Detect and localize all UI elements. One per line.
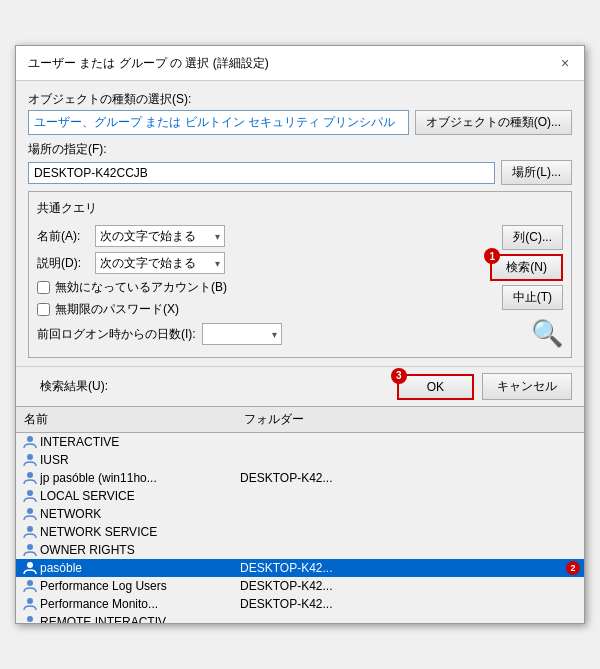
desc-select-arrow: ▾: [215, 258, 220, 269]
user-icon: [20, 578, 40, 594]
name-label: 名前(A):: [37, 228, 89, 245]
common-query-title: 共通クエリ: [37, 200, 563, 217]
name-select-value: 次の文字で始まる: [100, 228, 196, 245]
stop-button[interactable]: 中止(T): [502, 285, 563, 310]
results-table: 名前 フォルダー INTERACTIVEIUSRjp pasóble (win1…: [16, 406, 584, 623]
table-row[interactable]: NETWORK: [16, 505, 584, 523]
user-icon: [20, 524, 40, 540]
table-row[interactable]: Performance Log UsersDESKTOP-K42...: [16, 577, 584, 595]
result-name: Performance Monito...: [40, 597, 240, 611]
table-row[interactable]: jp pasóble (win11ho...DESKTOP-K42...: [16, 469, 584, 487]
object-type-label: オブジェクトの種類の選択(S):: [28, 91, 572, 108]
result-name: IUSR: [40, 453, 240, 467]
table-row[interactable]: pasóbleDESKTOP-K42...2: [16, 559, 584, 577]
query-right: 列(C)... 1 検索(N) 中止(T) 🔍: [490, 225, 563, 349]
checkbox-no-expiry-label: 無期限のパスワード(X): [55, 301, 179, 318]
result-name: NETWORK: [40, 507, 240, 521]
checkbox-disabled-accounts-input[interactable]: [37, 281, 50, 294]
name-select-arrow: ▾: [215, 231, 220, 242]
dialog-title: ユーザー または グループ の 選択 (詳細設定): [28, 55, 269, 72]
object-type-value: ユーザー、グループ または ビルトイン セキュリティ プリンシパル: [28, 110, 409, 135]
results-header: 名前 フォルダー: [16, 407, 584, 433]
query-left: 名前(A): 次の文字で始まる ▾ 説明(D): 次の文字で始まる ▾: [37, 225, 484, 349]
checkbox-no-expiry-pw[interactable]: 無期限のパスワード(X): [37, 301, 484, 318]
table-row[interactable]: REMOTE INTERACTIV...: [16, 613, 584, 623]
name-select[interactable]: 次の文字で始まる ▾: [95, 225, 225, 247]
result-name: NETWORK SERVICE: [40, 525, 240, 539]
table-row[interactable]: Performance Monito...DESKTOP-K42...: [16, 595, 584, 613]
user-icon: [20, 488, 40, 504]
header-name: 名前: [16, 409, 236, 430]
desc-label: 説明(D):: [37, 255, 89, 272]
result-folder: DESKTOP-K42...: [240, 561, 566, 575]
table-row[interactable]: OWNER RIGHTS: [16, 541, 584, 559]
days-label: 前回ログオン時からの日数(I):: [37, 326, 196, 343]
cancel-button[interactable]: キャンセル: [482, 373, 572, 400]
user-icon: [20, 470, 40, 486]
result-folder: DESKTOP-K42...: [240, 471, 584, 485]
dialog-body: オブジェクトの種類の選択(S): ユーザー、グループ または ビルトイン セキュ…: [16, 81, 584, 366]
common-query-section: 共通クエリ 名前(A): 次の文字で始まる ▾ 説明(D):: [28, 191, 572, 358]
results-list: INTERACTIVEIUSRjp pasóble (win11ho...DES…: [16, 433, 584, 623]
row-badge: 2: [566, 561, 580, 575]
user-icon: [20, 542, 40, 558]
checkbox-disabled-accounts[interactable]: 無効になっているアカウント(B): [37, 279, 484, 296]
header-folder: フォルダー: [236, 409, 584, 430]
search-button[interactable]: 1 検索(N): [490, 254, 563, 281]
search-badge: 1: [484, 248, 500, 264]
user-icon: [20, 506, 40, 522]
object-type-row: ユーザー、グループ または ビルトイン セキュリティ プリンシパル オブジェクト…: [28, 110, 572, 135]
checkbox-disabled-label: 無効になっているアカウント(B): [55, 279, 227, 296]
result-name: jp pasóble (win11ho...: [40, 471, 240, 485]
result-name: REMOTE INTERACTIV...: [40, 615, 240, 623]
result-name: OWNER RIGHTS: [40, 543, 240, 557]
query-grid: 名前(A): 次の文字で始まる ▾ 説明(D): 次の文字で始まる ▾: [37, 225, 563, 349]
svg-point-5: [27, 526, 33, 532]
desc-query-row: 説明(D): 次の文字で始まる ▾: [37, 252, 484, 274]
svg-point-1: [27, 454, 33, 460]
table-row[interactable]: LOCAL SERVICE: [16, 487, 584, 505]
result-name: pasóble: [40, 561, 240, 575]
ok-cancel-row: 検索結果(U): 3 OK キャンセル: [16, 366, 584, 406]
desc-select[interactable]: 次の文字で始まる ▾: [95, 252, 225, 274]
svg-point-10: [27, 616, 33, 622]
object-type-section: オブジェクトの種類の選択(S): ユーザー、グループ または ビルトイン セキュ…: [28, 91, 572, 135]
result-name: INTERACTIVE: [40, 435, 240, 449]
svg-point-0: [27, 436, 33, 442]
result-name: Performance Log Users: [40, 579, 240, 593]
close-button[interactable]: ×: [556, 54, 574, 72]
svg-point-8: [27, 580, 33, 586]
table-row[interactable]: INTERACTIVE: [16, 433, 584, 451]
svg-point-3: [27, 490, 33, 496]
ok-button[interactable]: 3 OK: [397, 374, 474, 400]
days-select[interactable]: ▾: [202, 323, 282, 345]
svg-point-7: [27, 562, 33, 568]
user-icon: [20, 560, 40, 576]
user-icon: [20, 596, 40, 612]
result-name: LOCAL SERVICE: [40, 489, 240, 503]
object-type-button[interactable]: オブジェクトの種類(O)...: [415, 110, 572, 135]
days-select-arrow: ▾: [272, 329, 277, 340]
search-button-label: 検索(N): [506, 260, 547, 274]
ok-badge: 3: [391, 368, 407, 384]
checkbox-no-expiry-pw-input[interactable]: [37, 303, 50, 316]
svg-point-9: [27, 598, 33, 604]
table-row[interactable]: IUSR: [16, 451, 584, 469]
location-label: 場所の指定(F):: [28, 141, 572, 158]
result-folder: DESKTOP-K42...: [240, 597, 584, 611]
svg-point-4: [27, 508, 33, 514]
dialog-window: ユーザー または グループ の 選択 (詳細設定) × オブジェクトの種類の選択…: [15, 45, 585, 624]
location-button[interactable]: 場所(L)...: [501, 160, 572, 185]
title-bar: ユーザー または グループ の 選択 (詳細設定) ×: [16, 46, 584, 81]
svg-point-2: [27, 472, 33, 478]
location-value: DESKTOP-K42CCJB: [28, 162, 495, 184]
user-icon: [20, 452, 40, 468]
svg-point-6: [27, 544, 33, 550]
days-row: 前回ログオン時からの日数(I): ▾: [37, 323, 484, 345]
location-section: 場所の指定(F): DESKTOP-K42CCJB 場所(L)...: [28, 141, 572, 185]
result-folder: DESKTOP-K42...: [240, 579, 584, 593]
ok-button-label: OK: [427, 380, 444, 394]
column-button[interactable]: 列(C)...: [502, 225, 563, 250]
table-row[interactable]: NETWORK SERVICE: [16, 523, 584, 541]
user-icon: [20, 614, 40, 623]
